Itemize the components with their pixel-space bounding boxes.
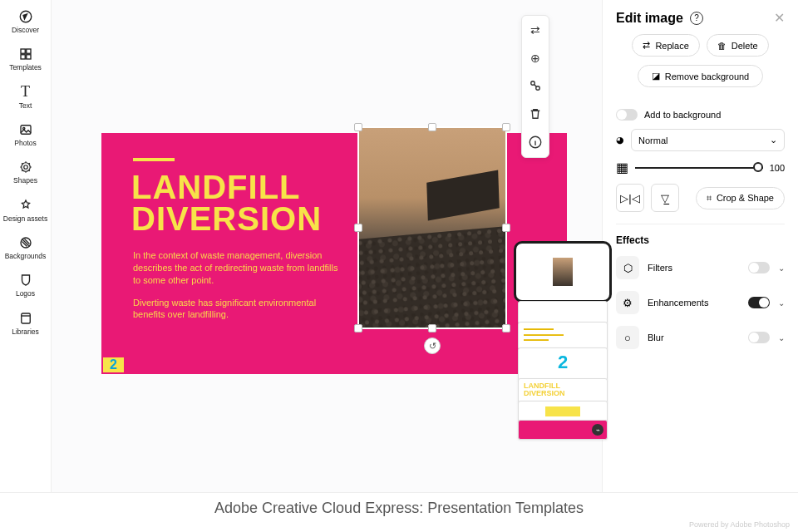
compass-icon (17, 8, 34, 25)
slider-knob[interactable] (753, 162, 763, 172)
add-to-background-toggle[interactable] (616, 109, 638, 121)
info-button[interactable] (526, 134, 544, 152)
sidebar-item-text[interactable]: T Text (1, 84, 51, 110)
svg-rect-5 (26, 55, 30, 59)
sidebar-label: Shapes (13, 177, 37, 185)
blend-mode-select[interactable]: Normal ⌄ (631, 129, 785, 151)
svg-marker-1 (23, 14, 27, 19)
resize-handle-tr[interactable] (502, 123, 510, 131)
effect-label: Enhancements (648, 298, 708, 308)
scale-button[interactable] (526, 77, 544, 96)
chevron-down-icon: ⌄ (770, 135, 777, 145)
left-sidebar: Discover Templates T Text Photos Shapes … (0, 0, 52, 492)
help-icon[interactable]: ? (690, 12, 703, 25)
opacity-icon: ▦ (616, 160, 628, 175)
sidebar-item-photos[interactable]: Photos (1, 121, 51, 147)
backgrounds-icon (17, 234, 34, 251)
canvas[interactable]: LANDFILL DIVERSION In the context of was… (52, 0, 602, 492)
mini-photo (553, 258, 573, 286)
photo-dump-truck (359, 128, 505, 328)
swap-button[interactable]: ⇄ (526, 21, 544, 39)
paragraph-1: In the context of waste management, dive… (133, 249, 345, 287)
sidebar-label: Discover (12, 27, 39, 34)
resize-handle-br[interactable] (502, 324, 510, 332)
trash-icon (528, 106, 543, 124)
close-icon[interactable]: ✕ (774, 10, 785, 26)
delete-button[interactable] (526, 106, 544, 124)
design-assets-icon (17, 197, 34, 214)
trash-icon: 🗑 (717, 41, 727, 51)
sidebar-item-libraries[interactable]: Libraries (1, 310, 51, 336)
resize-handle-mr[interactable] (502, 224, 510, 232)
title-line1: LANDFILL (131, 171, 322, 203)
effect-enhancements[interactable]: ⚙ Enhancements ⌄ (616, 289, 785, 316)
crop-label: Crop & Shape (717, 193, 774, 203)
flip-horizontal-button[interactable]: ▷|◁ (616, 184, 644, 212)
add-button[interactable]: ⊕ (526, 49, 544, 67)
yellow-chip (545, 406, 580, 416)
slide-thumb[interactable]: 2 (518, 347, 608, 381)
title-line2: DIVERSION (131, 203, 322, 234)
thumb-number: 2 (558, 352, 568, 372)
thumb-title2: DIVERSION (524, 389, 565, 397)
delete-button[interactable]: 🗑Delete (707, 34, 769, 57)
svg-rect-3 (26, 49, 30, 53)
blend-icon: ◕ (616, 135, 624, 145)
photos-icon (17, 121, 34, 138)
sidebar-item-discover[interactable]: Discover (1, 8, 51, 34)
opacity-slider[interactable] (635, 167, 763, 169)
resize-handle-bm[interactable] (428, 324, 436, 332)
svg-rect-6 (21, 126, 31, 135)
flip-vertical-button[interactable]: ▽̲ (651, 184, 679, 212)
image-caption: Adobe Creative Cloud Express: Presentati… (0, 492, 798, 520)
selected-image[interactable]: ↺ (357, 126, 507, 329)
resize-handle-ml[interactable] (354, 224, 362, 232)
remove-background-button[interactable]: ◪Remove background (638, 65, 764, 87)
filters-toggle[interactable] (748, 262, 770, 273)
slide-thumb[interactable]: ⌁ (518, 420, 608, 440)
sidebar-label: Templates (9, 64, 42, 71)
shapes-icon (17, 159, 34, 175)
replace-button[interactable]: ⇄Replace (632, 34, 699, 57)
rotate-handle[interactable]: ↺ (424, 337, 441, 354)
flip-h-icon: ▷|◁ (620, 192, 639, 204)
delete-label: Delete (732, 41, 758, 51)
sidebar-item-backgrounds[interactable]: Backgrounds (1, 234, 51, 260)
svg-point-8 (21, 163, 30, 172)
slide-thumb[interactable] (518, 301, 608, 324)
slide-thumb[interactable]: ▬▬▬▬▬▬▬▬▬▬▬▬▬▬▬▬▬▬▬ (518, 322, 608, 350)
chevron-down-icon: ⌄ (778, 333, 785, 342)
paragraph-2: Diverting waste has significant environm… (133, 297, 345, 322)
sidebar-item-templates[interactable]: Templates (1, 46, 51, 71)
crop-icon: ⌗ (707, 193, 712, 204)
slide-title[interactable]: LANDFILL DIVERSION (131, 171, 322, 234)
plus-circle-icon: ⊕ (530, 52, 540, 65)
effect-label: Filters (648, 263, 672, 273)
resize-handle-tl[interactable] (354, 123, 362, 131)
filters-icon: ⬡ (616, 256, 639, 279)
add-to-bg-label: Add to background (644, 110, 721, 120)
svg-rect-4 (21, 55, 25, 59)
libraries-icon (17, 310, 34, 327)
svg-point-9 (23, 165, 27, 170)
blur-toggle[interactable] (748, 332, 770, 343)
crop-shape-button[interactable]: ⌗Crop & Shape (696, 187, 785, 209)
edit-image-panel: Edit image ? ✕ ⇄Replace 🗑Delete ◪Remove … (602, 0, 798, 492)
remove-bg-icon: ◪ (652, 71, 660, 81)
blend-mode-value: Normal (638, 135, 667, 145)
svg-rect-11 (21, 313, 30, 323)
resize-handle-bl[interactable] (354, 324, 362, 332)
effect-blur[interactable]: ○ Blur ⌄ (616, 324, 785, 351)
sidebar-item-design-assets[interactable]: Design assets (1, 197, 51, 223)
sidebar-label: Design assets (3, 215, 47, 223)
sidebar-item-logos[interactable]: Logos (1, 272, 51, 298)
resize-handle-tm[interactable] (428, 123, 436, 131)
slide-body[interactable]: In the context of waste management, dive… (133, 249, 345, 331)
sidebar-item-shapes[interactable]: Shapes (1, 159, 51, 185)
slide-thumbnails: ▬▬▬▬▬▬▬▬▬▬▬▬▬▬▬▬▬▬▬ 2 LANDFILLDIVERSION … (514, 241, 612, 437)
enhancements-toggle[interactable] (748, 297, 770, 308)
effect-filters[interactable]: ⬡ Filters ⌄ (616, 254, 785, 281)
device-preview[interactable] (514, 241, 612, 303)
remove-bg-label: Remove background (665, 71, 750, 81)
slide-thumb[interactable]: LANDFILLDIVERSION (518, 378, 608, 403)
